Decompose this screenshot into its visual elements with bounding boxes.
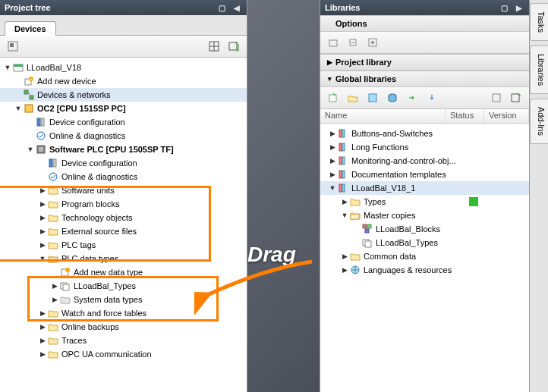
- project-tree[interactable]: ▼LLoadBal_V18 ▶+Add new device ▶Devices …: [0, 58, 247, 392]
- tree-online-diag2[interactable]: ▶Online & diagnostics: [0, 170, 247, 183]
- col-status[interactable]: Status: [446, 109, 484, 123]
- device-config-icon: [35, 116, 47, 128]
- plc-icon: [35, 143, 47, 155]
- col-version[interactable]: Version: [484, 109, 529, 123]
- folder-icon: [47, 198, 59, 210]
- lib-db-icon[interactable]: [384, 89, 401, 106]
- svg-point-24: [65, 268, 70, 272]
- lib-ltypes[interactable]: ▶LLoadBal_Types: [320, 236, 529, 249]
- svg-rect-15: [37, 118, 40, 126]
- tree-plc-tags[interactable]: ▶PLC tags: [0, 238, 247, 252]
- lib-monitor[interactable]: ▶Monitoring-and-control-obj...: [320, 154, 529, 168]
- library-icon: [337, 182, 349, 194]
- folder-icon: [47, 307, 59, 319]
- library-icon: [337, 141, 349, 153]
- drag-overlay: Drag: [247, 0, 320, 392]
- toolbar-btn2[interactable]: [345, 34, 361, 51]
- tree-sw-units[interactable]: ▶Software units: [0, 183, 247, 197]
- svg-rect-38: [342, 143, 345, 151]
- svg-rect-37: [339, 143, 342, 151]
- svg-rect-50: [365, 241, 371, 247]
- tree-root[interactable]: ▼LLoadBal_V18: [0, 61, 247, 74]
- svg-rect-39: [339, 157, 342, 165]
- lib-detail-icon[interactable]: [508, 89, 524, 106]
- svg-point-29: [371, 41, 374, 44]
- lib-lloadbal[interactable]: ▼LLoadBal_V18_1: [320, 181, 529, 195]
- add-icon: +: [23, 75, 35, 87]
- project-icon: [12, 61, 24, 74]
- svg-rect-33: [493, 94, 500, 102]
- library-icon: [337, 168, 349, 180]
- folder-icon: [47, 321, 59, 333]
- svg-rect-14: [25, 105, 33, 112]
- svg-rect-46: [363, 224, 367, 228]
- lib-down-icon[interactable]: [424, 89, 440, 106]
- globe-icon: [349, 264, 361, 276]
- svg-point-22: [49, 173, 57, 180]
- lib-doctpl[interactable]: ▶Documentation templates: [320, 168, 529, 181]
- collapse-icon[interactable]: ▾: [325, 75, 334, 83]
- col-name[interactable]: Name: [320, 109, 446, 123]
- diagnostics-icon: [47, 171, 59, 183]
- tree-program-blocks[interactable]: ▶Program blocks: [0, 197, 247, 211]
- lib-lang[interactable]: ▶Languages & resources: [320, 263, 529, 277]
- lib-buttons[interactable]: ▶Buttons-and-Switches: [320, 127, 529, 140]
- lib-longfn[interactable]: ▶Long Functions: [320, 140, 529, 154]
- panel-pin-icon[interactable]: ▢: [216, 2, 227, 13]
- tree-soft-plc[interactable]: ▼Software PLC [CPU 1505SP TF]: [0, 143, 247, 156]
- svg-rect-48: [365, 229, 369, 233]
- svg-rect-40: [342, 157, 345, 165]
- global-libraries-header[interactable]: ▾Global libraries: [320, 71, 529, 87]
- toolbar-btn1[interactable]: [325, 34, 342, 51]
- lib-types[interactable]: ▶Types: [320, 195, 529, 209]
- tree-traces[interactable]: ▶Traces: [0, 334, 247, 347]
- lib-arrow-icon[interactable]: [404, 89, 420, 106]
- toolbar-grid-icon[interactable]: [206, 38, 222, 55]
- svg-rect-42: [342, 171, 345, 178]
- svg-text:+: +: [30, 77, 33, 81]
- tree-oc2[interactable]: ▼OC2 [CPU 1515SP PC]: [0, 102, 247, 115]
- add-datatype-icon: [59, 266, 71, 278]
- svg-rect-41: [339, 171, 342, 178]
- lib-new-icon[interactable]: [325, 89, 342, 106]
- sidetab-libraries[interactable]: Libraries: [530, 45, 548, 94]
- tree-dev-config[interactable]: ▶Device configuration: [0, 115, 247, 129]
- svg-rect-36: [342, 130, 345, 137]
- project-library-header[interactable]: ▶Project library: [320, 54, 529, 71]
- folder-icon: [47, 225, 59, 237]
- lib-master[interactable]: ▼Master copies: [320, 209, 529, 222]
- svg-rect-35: [339, 130, 342, 137]
- lib-common[interactable]: ▶Common data: [320, 249, 529, 263]
- panel-collapse-icon[interactable]: ▶: [514, 2, 524, 13]
- tree-ext-src[interactable]: ▶External source files: [0, 224, 247, 238]
- sidetab-addins[interactable]: Add-Ins: [530, 99, 548, 144]
- library-tree[interactable]: ▶Buttons-and-Switches ▶Long Functions ▶M…: [320, 124, 529, 392]
- tree-backups[interactable]: ▶Online backups: [0, 320, 247, 334]
- tree-opcua[interactable]: ▶OPC UA communication: [0, 347, 247, 361]
- toolbar-navigate-icon[interactable]: [5, 38, 21, 55]
- tree-add-device[interactable]: ▶+Add new device: [0, 74, 247, 88]
- toolbar-detail-icon[interactable]: [225, 38, 242, 55]
- toolbar-btn3[interactable]: [364, 34, 381, 51]
- svg-rect-5: [229, 42, 237, 50]
- lib-blocks[interactable]: ▶LLoadBal_Blocks: [320, 222, 529, 236]
- svg-rect-31: [369, 94, 376, 102]
- sidetab-tasks[interactable]: Tasks: [530, 3, 548, 41]
- lib-view-icon[interactable]: [488, 89, 505, 106]
- tree-tech-objects[interactable]: ▶Technology objects: [0, 211, 247, 224]
- library-icon: [337, 155, 349, 167]
- expand-icon[interactable]: ▶: [325, 58, 334, 66]
- tree-dev-config2[interactable]: ▶Device configuration: [0, 156, 247, 170]
- lib-open-icon[interactable]: [345, 89, 361, 106]
- tab-devices[interactable]: Devices: [5, 21, 56, 36]
- folder-icon: [47, 239, 59, 251]
- device-config-icon: [47, 157, 59, 169]
- lib-save-icon[interactable]: [364, 89, 381, 106]
- tree-online-diag[interactable]: ▶Online & diagnostics: [0, 129, 247, 143]
- options-toolbar: [320, 32, 529, 54]
- panel-pin-icon[interactable]: ▢: [499, 2, 509, 13]
- folder-icon: [349, 250, 361, 262]
- tree-devices-networks[interactable]: ▶Devices & networks: [0, 88, 247, 102]
- options-header[interactable]: Options: [320, 15, 529, 32]
- panel-collapse-icon[interactable]: ◀: [231, 2, 242, 13]
